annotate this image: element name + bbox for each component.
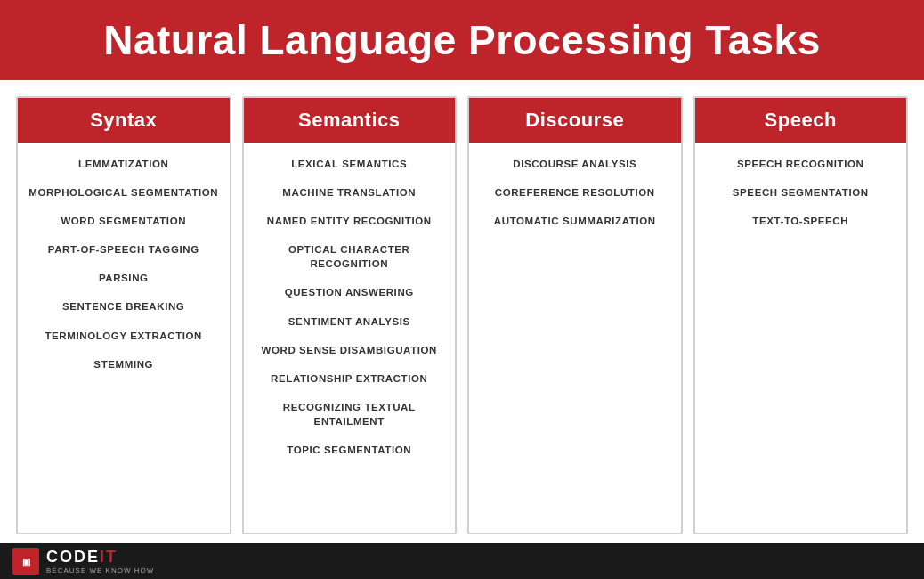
logo-code: CODE [46, 548, 100, 566]
column-items-syntax: LEMMATIZATIONMORPHOLOGICAL SEGMENTATIONW… [18, 143, 230, 386]
logo-it: IT [100, 548, 118, 566]
list-item: MACHINE TRANSLATION [279, 180, 419, 205]
list-item: TERMINOLOGY EXTRACTION [41, 323, 206, 348]
column-header-syntax: Syntax [18, 98, 230, 143]
list-item: PART-OF-SPEECH TAGGING [45, 237, 203, 262]
column-discourse: DiscourseDISCOURSE ANALYSISCOREFERENCE R… [467, 96, 683, 534]
logo-text-group: CODEIT BECAUSE WE KNOW HOW [46, 548, 154, 575]
list-item: OPTICAL CHARACTER RECOGNITION [251, 237, 449, 276]
logo-area: ▣ CODEIT BECAUSE WE KNOW HOW [12, 548, 154, 575]
list-item: WORD SEGMENTATION [57, 208, 190, 233]
list-item: SPEECH SEGMENTATION [729, 180, 872, 205]
column-header-discourse: Discourse [469, 98, 681, 143]
page-header: Natural Language Processing Tasks [0, 0, 924, 80]
column-items-discourse: DISCOURSE ANALYSISCOREFERENCE RESOLUTION… [469, 143, 681, 242]
list-item: STEMMING [90, 352, 157, 377]
list-item: DISCOURSE ANALYSIS [509, 151, 640, 176]
page-wrapper: Natural Language Processing Tasks Syntax… [0, 0, 924, 579]
list-item: WORD SENSE DISAMBIGUATION [257, 338, 441, 363]
content-area: SyntaxLEMMATIZATIONMORPHOLOGICAL SEGMENT… [0, 80, 924, 543]
list-item: QUESTION ANSWERING [281, 280, 417, 305]
list-item: TEXT-TO-SPEECH [749, 208, 852, 233]
column-header-speech: Speech [695, 98, 907, 143]
list-item: SENTIMENT ANALYSIS [285, 309, 414, 334]
list-item: LEMMATIZATION [75, 151, 172, 176]
footer: ▣ CODEIT BECAUSE WE KNOW HOW [0, 543, 924, 579]
column-speech: SpeechSPEECH RECOGNITIONSPEECH SEGMENTAT… [693, 96, 909, 534]
list-item: LEXICAL SEMANTICS [288, 151, 410, 176]
list-item: NAMED ENTITY RECOGNITION [263, 208, 435, 233]
column-semantics: SemanticsLEXICAL SEMANTICSMACHINE TRANSL… [242, 96, 458, 534]
column-items-semantics: LEXICAL SEMANTICSMACHINE TRANSLATIONNAME… [244, 143, 456, 471]
list-item: COREFERENCE RESOLUTION [491, 180, 659, 205]
list-item: RECOGNIZING TEXTUAL ENTAILMENT [251, 395, 449, 434]
column-syntax: SyntaxLEMMATIZATIONMORPHOLOGICAL SEGMENT… [16, 96, 231, 534]
logo-icon: ▣ [12, 548, 39, 575]
column-items-speech: SPEECH RECOGNITIONSPEECH SEGMENTATIONTEX… [695, 143, 907, 242]
page-title: Natural Language Processing Tasks [18, 16, 906, 64]
list-item: MORPHOLOGICAL SEGMENTATION [25, 180, 222, 205]
list-item: SENTENCE BREAKING [59, 294, 188, 319]
logo-tagline: BECAUSE WE KNOW HOW [46, 567, 154, 575]
list-item: AUTOMATIC SUMMARIZATION [490, 208, 660, 233]
logo-text: CODEIT [46, 548, 154, 567]
column-header-semantics: Semantics [244, 98, 456, 143]
list-item: SPEECH RECOGNITION [734, 151, 867, 176]
list-item: TOPIC SEGMENTATION [283, 437, 415, 462]
list-item: RELATIONSHIP EXTRACTION [267, 366, 431, 391]
list-item: PARSING [95, 265, 152, 290]
